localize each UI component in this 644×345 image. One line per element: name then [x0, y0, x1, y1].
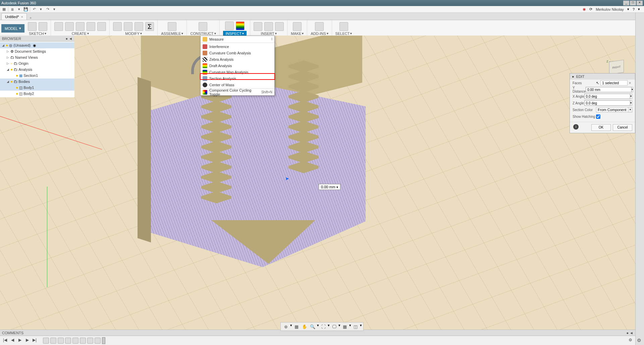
- ribbon-group-make[interactable]: MAKE ▾: [291, 32, 304, 36]
- user-name[interactable]: Merkulov Nikolay: [596, 7, 624, 11]
- insert-mcmaster-icon[interactable]: [275, 22, 284, 31]
- browser-section1[interactable]: ●▦ Section1: [0, 72, 74, 79]
- browser-origin[interactable]: ▷●🗀 Origin: [0, 60, 74, 66]
- make-icon[interactable]: [293, 22, 302, 31]
- settings-icon[interactable]: ⚙: [637, 338, 641, 343]
- fit-icon[interactable]: ⛶: [320, 323, 327, 330]
- modify-align-icon[interactable]: [135, 22, 143, 31]
- sketch-arc-icon[interactable]: [39, 22, 47, 31]
- zoom-icon[interactable]: 🔍: [309, 323, 316, 330]
- ribbon-group-modify[interactable]: MODIFY ▾: [125, 32, 142, 36]
- edit-panel-header[interactable]: ● EDIT: [570, 73, 635, 80]
- section-color-select[interactable]: From Component: [596, 107, 628, 112]
- window-close[interactable]: ×: [637, 1, 643, 5]
- modify-fillet-icon[interactable]: [124, 22, 132, 31]
- save-icon[interactable]: 💾: [23, 7, 29, 12]
- y-distance-input[interactable]: [586, 87, 632, 92]
- menu-color-toggle[interactable]: Component Color Cycling ToggleShift+N: [201, 89, 274, 95]
- timeline-feature[interactable]: [87, 338, 93, 344]
- create-box-icon[interactable]: [54, 22, 63, 31]
- window-maximize[interactable]: □: [630, 1, 636, 5]
- timeline-play-icon[interactable]: ▶: [17, 338, 23, 344]
- sketch-line-icon[interactable]: [28, 22, 37, 31]
- browser-header[interactable]: BROWSER● ◄: [0, 36, 74, 42]
- info-icon[interactable]: i: [573, 124, 579, 130]
- modify-press-icon[interactable]: [113, 22, 122, 31]
- construct-icon[interactable]: [199, 22, 207, 31]
- inspect-icon[interactable]: [225, 21, 234, 30]
- timeline-feature[interactable]: [43, 338, 49, 344]
- user-menu-arrow[interactable]: ▾: [627, 7, 629, 11]
- select-icon[interactable]: [339, 22, 348, 31]
- home-icon[interactable]: ▦: [1, 7, 7, 12]
- addins-icon[interactable]: [315, 22, 324, 31]
- insert-decal-icon[interactable]: [254, 22, 262, 31]
- faces-selection[interactable]: 1 selected: [600, 80, 628, 86]
- ribbon-group-create[interactable]: CREATE ▾: [72, 32, 89, 36]
- new-tab-button[interactable]: +: [27, 16, 34, 20]
- browser-root[interactable]: ◢●◎ (Unsaved)◉: [0, 42, 74, 48]
- section-color-arrow[interactable]: ▾: [628, 107, 632, 112]
- collapse-icon[interactable]: ●: [572, 75, 574, 79]
- timeline-end-icon[interactable]: ▶|: [32, 338, 38, 344]
- browser-doc-settings[interactable]: ▷⚙ Document Settings: [0, 48, 74, 54]
- redo-menu[interactable]: ▾: [52, 7, 57, 12]
- record-icon[interactable]: ◉: [583, 7, 586, 11]
- timeline-feature[interactable]: [80, 338, 86, 344]
- timeline-feature[interactable]: [50, 338, 56, 344]
- inspect-color-icon[interactable]: [236, 21, 245, 30]
- menu-draft[interactable]: Draft Analysis: [201, 62, 274, 69]
- menu-curvature-map[interactable]: Curvature Map Analysis: [201, 69, 274, 75]
- orbit-icon[interactable]: ⊕: [282, 323, 289, 330]
- y-distance-spinner[interactable]: ▾: [632, 87, 633, 92]
- create-form-icon[interactable]: [65, 22, 74, 31]
- create-pattern-icon[interactable]: [97, 22, 106, 31]
- timeline-feature[interactable]: [72, 338, 78, 344]
- grid-icon[interactable]: ▦: [341, 323, 348, 330]
- undo-icon[interactable]: ↶: [32, 7, 37, 12]
- ok-button[interactable]: OK: [591, 124, 611, 131]
- viewport-canvas[interactable]: ➤ 0.00 mm ▾ Z ⟶ RIGHT: [0, 36, 635, 331]
- x-angle-spinner[interactable]: ▾: [630, 94, 632, 99]
- cancel-button[interactable]: Cancel: [613, 124, 632, 131]
- assemble-icon[interactable]: [168, 22, 176, 31]
- show-hatching-checkbox[interactable]: [596, 114, 600, 119]
- dimension-input[interactable]: 0.00 mm ▾: [319, 184, 340, 190]
- viewport-layout-icon[interactable]: ◫: [352, 323, 359, 330]
- browser-analysis[interactable]: ◢●🗀 Analysis: [0, 66, 74, 72]
- create-cylinder-icon[interactable]: [87, 22, 95, 31]
- tab-close-icon[interactable]: ×: [21, 15, 23, 19]
- window-minimize[interactable]: _: [623, 1, 629, 5]
- document-tab[interactable]: Untitled* ×: [1, 13, 27, 20]
- timeline-prev-icon[interactable]: ◀: [9, 338, 15, 344]
- z-angle-spinner[interactable]: ▾: [630, 100, 632, 106]
- x-angle-input[interactable]: [584, 94, 630, 99]
- timeline-feature[interactable]: [58, 338, 64, 344]
- help-menu-arrow[interactable]: ▾: [638, 7, 640, 11]
- timeline-marker[interactable]: [102, 337, 105, 344]
- job-status-icon[interactable]: ⟳: [589, 7, 592, 11]
- manipulator-arrow-icon[interactable]: ➤: [285, 176, 289, 181]
- browser-body1[interactable]: ●◫ Body1: [0, 85, 74, 91]
- timeline-next-icon[interactable]: ▶: [24, 338, 30, 344]
- z-angle-input[interactable]: [584, 100, 630, 106]
- look-at-icon[interactable]: ▦: [293, 323, 300, 330]
- menu-measure[interactable]: MeasureI: [201, 36, 274, 42]
- modify-param-icon[interactable]: Σ: [145, 22, 154, 31]
- timeline-settings-icon[interactable]: ⚙: [627, 338, 633, 344]
- clear-selection-icon[interactable]: ×: [628, 81, 632, 85]
- menu-zebra[interactable]: Zebra Analysis: [201, 56, 274, 62]
- ribbon-group-sketch[interactable]: SKETCH ▾: [29, 32, 46, 36]
- create-sweep-icon[interactable]: [76, 22, 85, 31]
- display-icon[interactable]: 🖵: [330, 323, 338, 330]
- timeline-start-icon[interactable]: |◀: [2, 338, 8, 344]
- ribbon-group-select[interactable]: SELECT ▾: [335, 32, 352, 36]
- browser-body2[interactable]: ●◫ Body2: [0, 91, 74, 97]
- menu-interference[interactable]: Interference: [201, 43, 274, 50]
- file-new-icon[interactable]: 🗎: [10, 7, 15, 12]
- redo-icon[interactable]: ↷: [45, 7, 50, 12]
- menu-center-of-mass[interactable]: Center of Mass: [201, 82, 274, 88]
- timeline-feature[interactable]: [95, 338, 101, 344]
- ribbon-group-assemble[interactable]: ASSEMBLE ▾: [161, 32, 183, 36]
- browser-bodies[interactable]: ◢●🗀 Bodies: [0, 79, 74, 85]
